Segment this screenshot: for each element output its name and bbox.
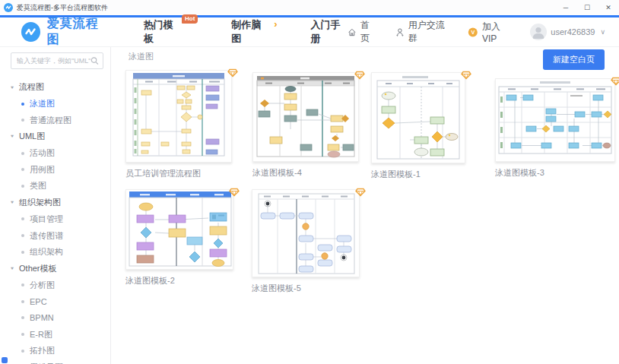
bullet-icon xyxy=(21,185,24,188)
close-button[interactable]: ✕ xyxy=(598,0,619,15)
search-input[interactable] xyxy=(17,57,90,65)
bullet-icon xyxy=(21,168,24,171)
svg-text:V: V xyxy=(471,29,475,36)
main-nav: 热门模板 Hot 制作脑图 › 入门手册 xyxy=(144,18,348,46)
sidebar-item-project-management[interactable]: 项目管理 xyxy=(0,211,110,228)
template-thumbnail xyxy=(125,70,232,163)
template-card-6[interactable]: 泳道图模板-5 xyxy=(252,189,360,294)
template-card-3[interactable]: 泳道图模板-1 xyxy=(371,72,465,180)
avatar xyxy=(530,24,547,40)
bullet-icon xyxy=(21,152,24,155)
nav-make-mindmap[interactable]: 制作脑图 › xyxy=(231,18,277,46)
template-caption: 泳道图模板-3 xyxy=(495,167,615,179)
main-content: 泳道图 新建空白页 xyxy=(111,47,619,364)
sidebar-tree: ▾流程图 泳道图 普通流程图 ▾UML图 活动图 用例图 类图 ▾组织架构图 项… xyxy=(0,79,110,364)
swimlane-diagram-preview xyxy=(253,73,358,161)
header-right: 首页 用户交流群 V 加入VIP user426839 ∨ xyxy=(348,19,605,45)
bullet-icon xyxy=(21,316,24,319)
sidebar-item-genogram[interactable]: 遗传图谱 xyxy=(0,227,110,244)
template-caption: 泳道图模板-5 xyxy=(252,283,360,294)
sidebar-item-analysis[interactable]: 分析图 xyxy=(0,277,110,293)
swimlane-diagram-preview xyxy=(252,190,359,277)
template-card-1[interactable]: 员工培训管理流程图 xyxy=(125,70,232,179)
user-menu[interactable]: user426839 ∨ xyxy=(530,24,605,40)
search-box xyxy=(11,52,103,69)
app-header: 爱莫流程图 热门模板 Hot 制作脑图 › 入门手册 首页 用户交流群 V 加入… xyxy=(0,17,619,47)
bullet-icon xyxy=(21,300,24,303)
window-titlebar: 爱莫流程图-多平台流程图软件 ─ ☐ ✕ xyxy=(0,0,619,15)
sidebar-category-other[interactable]: ▾Other模板 xyxy=(0,261,110,277)
vip-crown-icon xyxy=(461,71,471,80)
app-icon xyxy=(4,3,13,12)
arrow-right-icon: › xyxy=(274,18,277,30)
template-thumbnail xyxy=(252,72,359,162)
template-thumbnail xyxy=(495,78,615,162)
sidebar-item-epc[interactable]: EPC xyxy=(0,293,110,310)
sidebar-item-swimlane[interactable]: 泳道图 xyxy=(0,96,110,112)
bullet-icon xyxy=(21,283,24,286)
sidebar-item-activity[interactable]: 活动图 xyxy=(0,145,110,162)
caret-down-icon: ▾ xyxy=(11,134,14,139)
maximize-button[interactable]: ☐ xyxy=(576,0,598,15)
caret-down-icon: ▾ xyxy=(11,266,14,271)
sidebar-item-usecase[interactable]: 用例图 xyxy=(0,161,110,178)
vip-crown-icon xyxy=(611,77,619,86)
bullet-icon xyxy=(21,119,24,122)
nav-hot-templates[interactable]: 热门模板 Hot xyxy=(144,18,198,46)
sidebar-category-orgchart[interactable]: ▾组织架构图 xyxy=(0,195,110,211)
template-thumbnail xyxy=(252,189,360,277)
sidebar-item-topology[interactable]: 拓扑图 xyxy=(0,343,110,359)
page-title: 泳道图 xyxy=(129,51,154,62)
home-link[interactable]: 首页 xyxy=(348,19,376,45)
swimlane-diagram-preview xyxy=(126,71,231,162)
logo-icon xyxy=(21,22,40,42)
bullet-icon xyxy=(21,217,24,220)
vip-crown-icon xyxy=(229,188,240,197)
sidebar: ▾流程图 泳道图 普通流程图 ▾UML图 活动图 用例图 类图 ▾组织架构图 项… xyxy=(0,47,111,364)
swimlane-diagram-preview xyxy=(372,73,465,163)
vip-crown-icon xyxy=(227,68,238,78)
sidebar-item-mindmap-clipped[interactable]: 思维导图 xyxy=(0,359,110,364)
template-caption: 泳道图模板-1 xyxy=(371,169,465,180)
sidebar-category-uml[interactable]: ▾UML图 xyxy=(0,128,110,145)
bullet-icon xyxy=(21,103,24,106)
template-card-4[interactable]: 泳道图模板-3 xyxy=(495,78,615,179)
logo[interactable]: 爱莫流程图 xyxy=(21,16,109,48)
vip-icon: V xyxy=(468,27,478,38)
template-card-5[interactable]: 泳道图模板-2 xyxy=(125,189,233,286)
bottom-left-taskbar-peek xyxy=(2,357,8,363)
swimlane-diagram-preview xyxy=(126,190,233,269)
sidebar-item-normal-flowchart[interactable]: 普通流程图 xyxy=(0,112,110,128)
caret-down-icon: ▾ xyxy=(11,200,14,205)
qq-group-icon xyxy=(395,27,405,37)
sidebar-item-er[interactable]: E-R图 xyxy=(0,326,110,343)
swimlane-diagram-preview xyxy=(496,79,614,161)
sidebar-item-bpmn[interactable]: BPMN xyxy=(0,310,110,327)
home-icon xyxy=(348,27,357,37)
hot-badge: Hot xyxy=(182,14,198,24)
template-thumbnail xyxy=(125,189,233,270)
vip-crown-icon xyxy=(354,71,365,80)
new-blank-page-button[interactable]: 新建空白页 xyxy=(543,49,605,70)
minimize-button[interactable]: ─ xyxy=(555,0,576,15)
sidebar-item-org-structure[interactable]: 组织架构 xyxy=(0,244,110,261)
vip-crown-icon xyxy=(355,188,366,197)
user-group-link[interactable]: 用户交流群 xyxy=(395,19,449,45)
bullet-icon xyxy=(21,350,24,353)
join-vip-link[interactable]: V 加入VIP xyxy=(468,21,512,44)
sidebar-category-flowchart[interactable]: ▾流程图 xyxy=(0,79,110,96)
username: user426839 xyxy=(551,27,595,36)
logo-text: 爱莫流程图 xyxy=(47,16,109,48)
window-title: 爱莫流程图-多平台流程图软件 xyxy=(17,3,108,13)
template-caption: 泳道图模板-2 xyxy=(125,275,233,286)
sidebar-item-class[interactable]: 类图 xyxy=(0,178,110,195)
bullet-icon xyxy=(21,234,24,237)
template-caption: 员工培训管理流程图 xyxy=(125,168,232,179)
chevron-down-icon: ∨ xyxy=(600,28,605,36)
template-thumbnail xyxy=(371,72,465,163)
nav-manual[interactable]: 入门手册 xyxy=(311,18,348,46)
template-card-2[interactable]: 泳道图模板-4 xyxy=(252,72,359,179)
template-caption: 泳道图模板-4 xyxy=(252,167,359,179)
bullet-icon xyxy=(21,251,24,254)
search-icon[interactable] xyxy=(90,56,99,65)
